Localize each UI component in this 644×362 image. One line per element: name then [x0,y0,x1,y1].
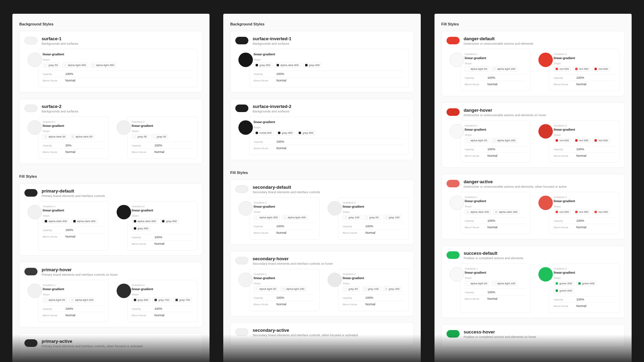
style-swatch [447,37,460,44]
style-card: danger-activeDestructive or unrecoverabl… [441,174,625,239]
style-desc: Backgrounds and surfaces [42,110,197,113]
gradient-swatch [28,205,42,219]
color-stop-chip: gray-700 [152,297,171,303]
gradient-block: Gradient-1linear-gradientStopsalpha-ligh… [460,120,531,163]
opacity-label: Opacity [343,225,362,228]
color-stop-chip: gray-50 [364,215,381,220]
color-stop-chip: metal-800 [254,130,274,135]
color-stop-chip: alpha-light-00 [465,66,489,72]
color-stop-name: alpha-light-200 [75,298,93,301]
color-stop-name: alpha-light-300 [259,216,278,219]
blend-mode-value: Normal [65,235,75,238]
color-stop-chip: alpha-dark-50 [69,134,94,139]
color-stop-chip: gray-50 [43,63,60,68]
color-stop-name: green-600 [559,289,572,292]
color-stop-name: gray-800 [166,220,177,223]
blend-mode-label: Blend Mode [343,231,362,234]
style-card: surface-inverted-1Backgrounds and surfac… [230,31,414,92]
opacity-label: Opacity [554,298,573,301]
stops-label: Stops [254,58,404,61]
style-card: success-hoverPositive or completed actio… [441,324,625,347]
color-stop-name: alpha-light-100 [497,282,515,285]
color-stop-chip: alpha-dark-900 [132,219,158,224]
color-stop-dot [575,139,578,142]
style-swatch [24,37,37,44]
color-stop-dot [493,68,496,70]
color-stop-name: red-600 [598,139,608,142]
blend-mode-value: Normal [154,314,164,317]
opacity-label: Opacity [554,219,573,222]
color-stop-chip: gray-50 [151,134,168,139]
gradient-label: Gradient-2 [343,201,404,204]
color-stop-dot [45,64,47,66]
gradient-block: Gradient-2linear-gradientStopsgray-100gr… [338,197,409,240]
opacity-label: Opacity [465,291,484,294]
color-stop-name: red-600 [598,67,608,70]
color-stop-name: alpha-light-00 [471,282,487,285]
color-stop-dot [345,216,347,219]
gradient-swatch [538,267,553,282]
color-stop-dot [277,64,279,66]
color-stop-dot [556,211,558,213]
section-title: Fill Styles [230,171,414,175]
color-stop-dot [284,216,286,219]
opacity-label: Opacity [465,219,484,222]
blend-mode-value: Normal [276,79,286,82]
opacity-value: 100% [487,290,495,294]
gradient-block: Gradient-2linear-gradientStopsgray-50gra… [127,117,198,159]
blend-mode-label: Blend Mode [554,154,573,157]
gradient-type: linear-gradient [43,124,104,128]
gradient-swatch [238,120,253,135]
color-stop-dot [134,227,136,230]
opacity-label: Opacity [254,296,273,299]
blend-mode-value: Normal [576,304,586,308]
color-stop-chip: alpha-light-50 [254,286,278,292]
blend-mode-label: Blend Mode [132,314,151,317]
gradient-swatch [117,284,131,298]
stops-label: Stops [43,214,104,217]
blend-mode-label: Blend Mode [254,79,273,82]
gradient-type: linear-gradient [465,199,526,203]
gradient-type: linear-gradient [43,287,104,291]
gradient-type: linear-gradient [254,205,315,208]
color-stop-chip: alpha-light-900 [62,63,88,68]
style-name: primary-default [42,188,197,194]
style-swatch [24,268,37,275]
gradient-swatch [28,120,42,135]
opacity-value: 100% [365,296,373,299]
color-stop-dot [556,289,558,292]
color-stop-name: gray-900 [309,64,320,67]
gradient-label: Gradient-2 [132,120,193,123]
gradient-type: linear-gradient [554,199,615,203]
gradient-block: Gradient-2linear-gradientStopsred-500red… [549,192,620,234]
blend-mode-value: Normal [487,154,497,157]
color-stop-name: alpha-light-50 [259,287,276,290]
stops-label: Stops [554,62,615,65]
color-stop-dot [299,132,301,134]
color-stop-chip: red-600 [592,138,610,143]
color-stop-name: alpha-dark-400 [499,210,517,213]
style-name: success-default [464,251,620,256]
blend-mode-label: Blend Mode [465,154,484,157]
blend-mode-label: Blend Mode [554,305,573,308]
section-title: Background Styles [19,22,203,26]
color-stop-name: red-500 [559,67,569,70]
color-stop-name: alpha-dark-900 [49,220,67,223]
style-desc: Backgrounds and surfaces [42,42,197,45]
color-stop-name: red-500 [559,210,569,213]
color-stop-dot [45,220,47,222]
stops-label: Stops [554,133,615,136]
opacity-value: 100% [576,219,584,222]
opacity-value: 100% [154,235,162,239]
style-card: secondary-defaultSecondary brand element… [230,179,414,245]
gradient-block: Gradient-2linear-gradientStopsgreen-500g… [549,263,620,313]
color-stop-chip: alpha-dark-400 [493,209,519,215]
opacity-label: Opacity [554,76,573,79]
blend-mode-value: Normal [487,297,497,300]
style-card: surface-inverted-2Backgrounds and surfac… [230,99,414,160]
color-stop-name: alpha-dark-50 [75,135,92,138]
style-desc: Destructive or unrecoverable actions and… [464,185,620,188]
color-stop-chip: red-500 [573,209,591,215]
gradient-block: Gradient-2linear-gradientStopsred-500red… [549,49,620,91]
gradient-swatch [28,284,42,298]
